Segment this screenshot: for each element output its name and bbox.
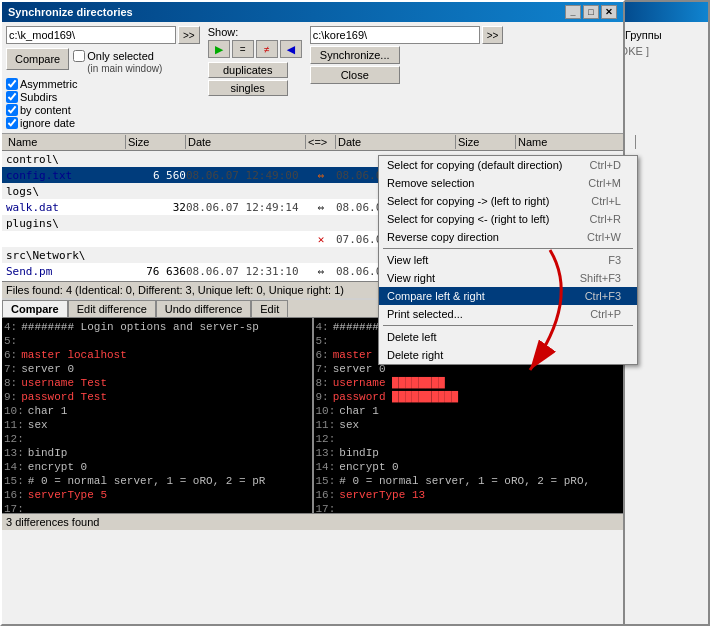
groups-label: Группы: [625, 29, 662, 41]
line-number: 8:: [316, 377, 329, 389]
minimize-button[interactable]: _: [565, 5, 581, 19]
cell-arrow: ✕: [306, 233, 336, 246]
line-number: 12:: [316, 433, 336, 445]
compare-line-left: 7:server 0: [4, 362, 310, 376]
compare-line-left: 14:encrypt 0: [4, 460, 310, 474]
context-menu-item[interactable]: Delete left: [379, 328, 637, 346]
compare-tab-undo-difference[interactable]: Undo difference: [156, 300, 251, 317]
col-header-size-left: Size: [126, 135, 186, 149]
line-number: 6:: [4, 349, 17, 361]
show-left-only-button[interactable]: ▶: [208, 40, 230, 58]
show-right-only-button[interactable]: ◀: [280, 40, 302, 58]
show-equal-button[interactable]: =: [232, 40, 254, 58]
col-header-size-right: Size: [456, 135, 516, 149]
context-menu-item[interactable]: Remove selectionCtrl+M: [379, 174, 637, 192]
compare-line-right: 10:char 1: [316, 404, 622, 418]
file-list-header: Name Size Date <=> Date Size Name: [2, 134, 623, 151]
asymmetric-row: Asymmetric: [6, 78, 200, 90]
compare-line-left: 8:username Test: [4, 376, 310, 390]
context-menu-item[interactable]: Print selected...Ctrl+P: [379, 305, 637, 323]
compare-line-left: 10:char 1: [4, 404, 310, 418]
subdirs-checkbox[interactable]: [6, 91, 18, 103]
by-content-row: by content: [6, 104, 200, 116]
line-number: 6:: [316, 349, 329, 361]
subdirs-label: Subdirs: [20, 91, 57, 103]
asymmetric-checkbox[interactable]: [6, 78, 18, 90]
cell-left-name: control\: [6, 153, 126, 166]
context-menu-item[interactable]: Select for copying (default direction)Ct…: [379, 156, 637, 174]
top-controls: >> Compare Only selected (in main window…: [2, 22, 623, 134]
line-number: 11:: [316, 419, 336, 431]
compare-line-right: 13:bindIp: [316, 446, 622, 460]
line-number: 11:: [4, 419, 24, 431]
only-selected-checkbox[interactable]: [73, 50, 85, 62]
cell-left-name: walk.dat: [6, 201, 126, 214]
compare-status: 3 differences found: [2, 513, 623, 530]
cell-left-size: 76 636: [126, 265, 186, 278]
duplicates-button[interactable]: duplicates: [208, 62, 288, 78]
menu-item-label: View right: [387, 272, 435, 284]
window-title: Synchronize directories: [8, 6, 133, 18]
menu-item-label: Select for copying -> (left to right): [387, 195, 549, 207]
cell-left-size: 6 560: [126, 169, 186, 182]
context-menu-item[interactable]: Delete right: [379, 346, 637, 364]
maximize-button[interactable]: □: [583, 5, 599, 19]
line-number: 14:: [316, 461, 336, 473]
cell-left-name: config.txt: [6, 169, 126, 182]
cell-left-date: 08.06.07 12:31:10: [186, 265, 306, 278]
compare-tab-compare[interactable]: Compare: [2, 300, 68, 317]
context-menu-item[interactable]: Select for copying -> (left to right)Ctr…: [379, 192, 637, 210]
menu-item-shortcut: Ctrl+L: [591, 195, 621, 207]
menu-item-shortcut: Ctrl+D: [590, 159, 621, 171]
line-number: 8:: [4, 377, 17, 389]
sync-close-section: Synchronize... Close: [310, 46, 504, 84]
compare-tab-edit[interactable]: Edit: [251, 300, 288, 317]
compare-line-right: 15:# 0 = normal server, 1 = oRO, 2 = pRO…: [316, 474, 622, 488]
ignore-date-checkbox[interactable]: [6, 117, 18, 129]
line-number: 17:: [316, 503, 336, 513]
context-menu-item[interactable]: View rightShift+F3: [379, 269, 637, 287]
close-dialog-button[interactable]: Close: [310, 66, 400, 84]
menu-item-shortcut: Ctrl+F3: [585, 290, 621, 302]
context-menu-item[interactable]: Compare left & rightCtrl+F3: [379, 287, 637, 305]
compare-tab-edit-difference[interactable]: Edit difference: [68, 300, 156, 317]
compare-left: 4:######## Login options and server-sp5:…: [2, 318, 314, 513]
left-path-row: >>: [6, 26, 200, 44]
by-content-checkbox[interactable]: [6, 104, 18, 116]
right-path-input[interactable]: [310, 26, 480, 44]
left-path-input[interactable]: [6, 26, 176, 44]
right-path-browse-button[interactable]: >>: [482, 26, 504, 44]
context-menu-item[interactable]: Select for copying <- (right to left)Ctr…: [379, 210, 637, 228]
line-number: 7:: [316, 363, 329, 375]
menu-item-shortcut: Ctrl+P: [590, 308, 621, 320]
col-header-date-left: Date: [186, 135, 306, 149]
left-path-browse-button[interactable]: >>: [178, 26, 200, 44]
menu-divider: [383, 325, 633, 326]
singles-button[interactable]: singles: [208, 80, 288, 96]
menu-item-shortcut: Ctrl+W: [587, 231, 621, 243]
col-header-name-right: Name: [516, 135, 636, 149]
title-bar-buttons: _ □ ✕: [565, 5, 617, 19]
compare-line-left: 15:# 0 = normal server, 1 = oRO, 2 = pR: [4, 474, 310, 488]
context-menu-item[interactable]: View leftF3: [379, 251, 637, 269]
compare-line-right: 9:password ██████████: [316, 390, 622, 404]
show-label: Show:: [208, 26, 302, 38]
compare-line-left: 11:sex: [4, 418, 310, 432]
line-number: 10:: [4, 405, 24, 417]
compare-line-left: 9:password Test: [4, 390, 310, 404]
menu-item-label: Compare left & right: [387, 290, 485, 302]
close-button[interactable]: ✕: [601, 5, 617, 19]
menu-item-shortcut: Ctrl+M: [588, 177, 621, 189]
cell-left-name: src\Network\: [6, 249, 126, 262]
subdirs-row: Subdirs: [6, 91, 200, 103]
cell-arrow: ⇔: [306, 201, 336, 214]
right-path-row: >>: [310, 26, 504, 44]
col-header-date-right: Date: [336, 135, 456, 149]
compare-button[interactable]: Compare: [6, 48, 69, 70]
cell-left-name: logs\: [6, 185, 126, 198]
show-diff-button[interactable]: ≠: [256, 40, 278, 58]
cell-left-date: 08.06.07 12:49:00: [186, 169, 306, 182]
line-number: 14:: [4, 461, 24, 473]
synchronize-button[interactable]: Synchronize...: [310, 46, 400, 64]
context-menu-item[interactable]: Reverse copy directionCtrl+W: [379, 228, 637, 246]
